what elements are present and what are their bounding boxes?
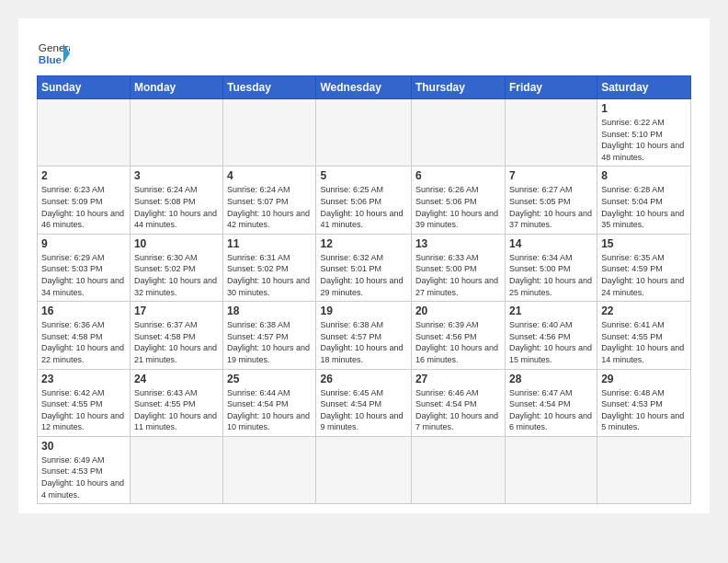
day-cell: [316, 436, 411, 503]
day-info: Sunrise: 6:27 AM Sunset: 5:05 PM Dayligh…: [509, 184, 593, 230]
weekday-header-row: SundayMondayTuesdayWednesdayThursdayFrid…: [38, 76, 691, 99]
week-row-0: 1Sunrise: 6:22 AM Sunset: 5:10 PM Daylig…: [38, 99, 691, 167]
day-cell: 3Sunrise: 6:24 AM Sunset: 5:08 PM Daylig…: [130, 167, 222, 234]
day-cell: [506, 436, 597, 503]
day-number: 14: [509, 237, 593, 250]
day-info: Sunrise: 6:28 AM Sunset: 5:04 PM Dayligh…: [601, 184, 687, 230]
day-cell: 15Sunrise: 6:35 AM Sunset: 4:59 PM Dayli…: [597, 234, 691, 301]
day-number: 20: [415, 304, 501, 317]
day-cell: 23Sunrise: 6:42 AM Sunset: 4:55 PM Dayli…: [38, 369, 131, 436]
week-row-4: 23Sunrise: 6:42 AM Sunset: 4:55 PM Dayli…: [38, 369, 691, 436]
day-cell: 18Sunrise: 6:38 AM Sunset: 4:57 PM Dayli…: [223, 302, 316, 369]
day-cell: [506, 99, 597, 167]
day-number: 5: [320, 169, 406, 182]
day-cell: 14Sunrise: 6:34 AM Sunset: 5:00 PM Dayli…: [506, 234, 597, 301]
day-number: 13: [415, 237, 501, 250]
day-info: Sunrise: 6:24 AM Sunset: 5:07 PM Dayligh…: [227, 184, 312, 230]
day-cell: 17Sunrise: 6:37 AM Sunset: 4:58 PM Dayli…: [130, 302, 222, 369]
day-cell: [597, 436, 691, 503]
day-info: Sunrise: 6:30 AM Sunset: 5:02 PM Dayligh…: [134, 252, 219, 298]
weekday-header-tuesday: Tuesday: [223, 76, 316, 99]
day-number: 30: [41, 440, 126, 453]
weekday-header-wednesday: Wednesday: [316, 76, 411, 99]
day-info: Sunrise: 6:48 AM Sunset: 4:53 PM Dayligh…: [601, 387, 687, 433]
day-cell: 25Sunrise: 6:44 AM Sunset: 4:54 PM Dayli…: [223, 369, 316, 436]
calendar-page: General Blue SundayMondayTuesdayWednesda…: [18, 18, 710, 513]
day-number: 26: [320, 373, 406, 385]
day-info: Sunrise: 6:35 AM Sunset: 4:59 PM Dayligh…: [601, 252, 687, 298]
day-number: 23: [41, 373, 126, 385]
day-info: Sunrise: 6:25 AM Sunset: 5:06 PM Dayligh…: [320, 184, 406, 230]
day-info: Sunrise: 6:33 AM Sunset: 5:00 PM Dayligh…: [415, 252, 501, 298]
day-info: Sunrise: 6:29 AM Sunset: 5:03 PM Dayligh…: [41, 252, 126, 298]
day-cell: [223, 99, 316, 167]
day-info: Sunrise: 6:43 AM Sunset: 4:55 PM Dayligh…: [134, 387, 219, 433]
weekday-header-sunday: Sunday: [38, 76, 131, 99]
day-info: Sunrise: 6:49 AM Sunset: 4:53 PM Dayligh…: [41, 454, 126, 500]
day-info: Sunrise: 6:24 AM Sunset: 5:08 PM Dayligh…: [134, 184, 219, 230]
svg-text:Blue: Blue: [39, 53, 63, 65]
day-info: Sunrise: 6:38 AM Sunset: 4:57 PM Dayligh…: [227, 319, 312, 365]
day-cell: [223, 436, 316, 503]
day-cell: 20Sunrise: 6:39 AM Sunset: 4:56 PM Dayli…: [411, 302, 505, 369]
day-number: 12: [320, 237, 406, 250]
week-row-1: 2Sunrise: 6:23 AM Sunset: 5:09 PM Daylig…: [38, 167, 691, 234]
day-cell: [411, 436, 505, 503]
day-info: Sunrise: 6:42 AM Sunset: 4:55 PM Dayligh…: [41, 387, 126, 433]
logo: General Blue: [37, 37, 70, 70]
day-number: 22: [601, 304, 687, 317]
day-number: 15: [601, 237, 687, 250]
day-number: 29: [601, 373, 687, 385]
day-cell: 13Sunrise: 6:33 AM Sunset: 5:00 PM Dayli…: [411, 234, 505, 301]
day-info: Sunrise: 6:32 AM Sunset: 5:01 PM Dayligh…: [320, 252, 406, 298]
day-cell: [130, 436, 222, 503]
day-number: 11: [227, 237, 312, 250]
day-info: Sunrise: 6:36 AM Sunset: 4:58 PM Dayligh…: [41, 319, 126, 365]
day-cell: 6Sunrise: 6:26 AM Sunset: 5:06 PM Daylig…: [411, 167, 505, 234]
day-cell: 19Sunrise: 6:38 AM Sunset: 4:57 PM Dayli…: [316, 302, 411, 369]
day-cell: [130, 99, 222, 167]
day-number: 17: [134, 304, 219, 317]
day-cell: 4Sunrise: 6:24 AM Sunset: 5:07 PM Daylig…: [223, 167, 316, 234]
day-cell: 7Sunrise: 6:27 AM Sunset: 5:05 PM Daylig…: [506, 167, 597, 234]
day-number: 28: [509, 373, 593, 385]
day-cell: 2Sunrise: 6:23 AM Sunset: 5:09 PM Daylig…: [38, 167, 131, 234]
day-cell: 28Sunrise: 6:47 AM Sunset: 4:54 PM Dayli…: [506, 369, 597, 436]
day-number: 24: [134, 373, 219, 385]
day-cell: 16Sunrise: 6:36 AM Sunset: 4:58 PM Dayli…: [38, 302, 131, 369]
calendar-table: SundayMondayTuesdayWednesdayThursdayFrid…: [37, 75, 691, 504]
day-cell: [411, 99, 505, 167]
weekday-header-monday: Monday: [130, 76, 222, 99]
day-cell: 27Sunrise: 6:46 AM Sunset: 4:54 PM Dayli…: [411, 369, 505, 436]
day-cell: [38, 99, 131, 167]
day-cell: 11Sunrise: 6:31 AM Sunset: 5:02 PM Dayli…: [223, 234, 316, 301]
day-number: 6: [415, 169, 501, 182]
day-info: Sunrise: 6:37 AM Sunset: 4:58 PM Dayligh…: [134, 319, 219, 365]
day-number: 9: [41, 237, 126, 250]
day-number: 16: [41, 304, 126, 317]
day-number: 3: [134, 169, 219, 182]
weekday-header-thursday: Thursday: [411, 76, 505, 99]
day-number: 25: [227, 373, 312, 385]
day-cell: 10Sunrise: 6:30 AM Sunset: 5:02 PM Dayli…: [130, 234, 222, 301]
week-row-3: 16Sunrise: 6:36 AM Sunset: 4:58 PM Dayli…: [38, 302, 691, 369]
day-info: Sunrise: 6:31 AM Sunset: 5:02 PM Dayligh…: [227, 252, 312, 298]
day-info: Sunrise: 6:40 AM Sunset: 4:56 PM Dayligh…: [509, 319, 593, 365]
day-number: 21: [509, 304, 593, 317]
weekday-header-friday: Friday: [506, 76, 597, 99]
day-cell: 21Sunrise: 6:40 AM Sunset: 4:56 PM Dayli…: [506, 302, 597, 369]
day-cell: 5Sunrise: 6:25 AM Sunset: 5:06 PM Daylig…: [316, 167, 411, 234]
day-info: Sunrise: 6:38 AM Sunset: 4:57 PM Dayligh…: [320, 319, 406, 365]
day-cell: 22Sunrise: 6:41 AM Sunset: 4:55 PM Dayli…: [597, 302, 691, 369]
day-number: 18: [227, 304, 312, 317]
day-cell: [316, 99, 411, 167]
day-info: Sunrise: 6:34 AM Sunset: 5:00 PM Dayligh…: [509, 252, 593, 298]
day-cell: 30Sunrise: 6:49 AM Sunset: 4:53 PM Dayli…: [38, 436, 131, 503]
day-info: Sunrise: 6:39 AM Sunset: 4:56 PM Dayligh…: [415, 319, 501, 365]
day-number: 27: [415, 373, 501, 385]
day-info: Sunrise: 6:44 AM Sunset: 4:54 PM Dayligh…: [227, 387, 312, 433]
day-cell: 12Sunrise: 6:32 AM Sunset: 5:01 PM Dayli…: [316, 234, 411, 301]
day-info: Sunrise: 6:47 AM Sunset: 4:54 PM Dayligh…: [509, 387, 593, 433]
week-row-5: 30Sunrise: 6:49 AM Sunset: 4:53 PM Dayli…: [38, 436, 691, 503]
day-info: Sunrise: 6:46 AM Sunset: 4:54 PM Dayligh…: [415, 387, 501, 433]
